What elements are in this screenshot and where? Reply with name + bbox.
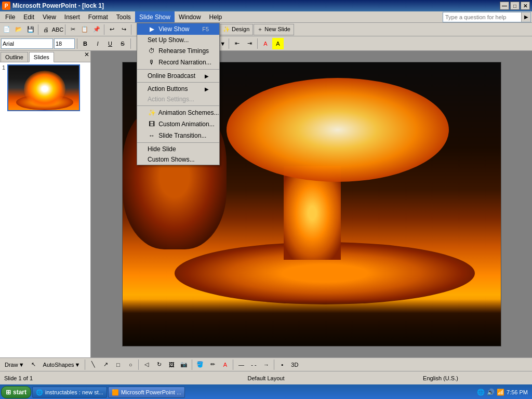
sep2 bbox=[65, 24, 65, 35]
tab-outline[interactable]: Outline bbox=[1, 52, 28, 62]
taskbar: ⊞ start 🌐 instructables : new st... 🟧 Mi… bbox=[0, 384, 532, 399]
redo-button[interactable]: ↪ bbox=[118, 24, 129, 35]
record-icon: 🎙 bbox=[148, 58, 156, 66]
rehearse-icon: ⏱ bbox=[148, 47, 156, 55]
menu-slide-transition[interactable]: ↔ Slide Transition... bbox=[137, 130, 219, 141]
tab-slides[interactable]: Slides bbox=[29, 52, 54, 62]
menubar: File Edit View Insert Format Tools Slide… bbox=[0, 11, 532, 23]
menu-format[interactable]: Format bbox=[84, 11, 112, 22]
close-button[interactable]: ✕ bbox=[521, 2, 530, 10]
menu-record-narration[interactable]: 🎙 Record Narration... bbox=[137, 57, 219, 68]
status-slide-info: Slide 1 of 1 bbox=[4, 375, 179, 381]
status-layout-info: Default Layout bbox=[179, 375, 353, 381]
close-sidebar-button[interactable]: ✕ bbox=[84, 51, 89, 62]
slide-number: 1 bbox=[2, 64, 5, 71]
sep-fmt5 bbox=[229, 38, 229, 49]
design-button[interactable]: ✨ Design bbox=[219, 24, 253, 35]
menu-sep1 bbox=[137, 69, 219, 70]
taskbar-item-powerpoint[interactable]: 🟧 Microsoft PowerPoint ... bbox=[108, 387, 185, 398]
action-buttons-arrow: ▶ bbox=[205, 86, 209, 92]
spellcheck-button[interactable]: ABC bbox=[52, 24, 63, 35]
menu-online-broadcast[interactable]: Online Broadcast ▶ bbox=[137, 71, 219, 81]
explosion-glow-decoration bbox=[24, 71, 65, 107]
menu-help[interactable]: Help bbox=[205, 11, 227, 22]
paste-button[interactable]: 📌 bbox=[91, 24, 102, 35]
font-color-button[interactable]: A bbox=[260, 38, 271, 49]
italic-button[interactable]: I bbox=[92, 38, 103, 49]
sep-fmt1 bbox=[77, 38, 77, 49]
arrow-style-button[interactable]: → bbox=[260, 359, 272, 370]
view-show-label: View Show bbox=[158, 25, 189, 33]
menu-file[interactable]: File bbox=[1, 11, 19, 22]
maximize-button[interactable]: □ bbox=[510, 2, 520, 10]
indent-increase-button[interactable]: ⇥ bbox=[244, 38, 255, 49]
arrow-tool[interactable]: ↗ bbox=[100, 359, 111, 370]
oval-tool[interactable]: ○ bbox=[125, 359, 136, 370]
font-size-input[interactable] bbox=[54, 38, 75, 49]
sidebar-tabs: Outline Slides ✕ bbox=[0, 51, 90, 62]
draw-sep2 bbox=[138, 360, 139, 370]
menu-set-up-show[interactable]: Set Up Show... bbox=[137, 35, 219, 45]
taskbar-item-powerpoint-label: Microsoft PowerPoint ... bbox=[121, 389, 181, 395]
highlight-button[interactable]: A bbox=[272, 38, 284, 49]
open-button[interactable]: 📂 bbox=[13, 24, 24, 35]
menu-hide-slide[interactable]: Hide Slide bbox=[137, 144, 219, 154]
menu-tools[interactable]: Tools bbox=[112, 11, 135, 22]
fill-color-button[interactable]: 🪣 bbox=[194, 359, 206, 370]
minimize-button[interactable]: — bbox=[500, 2, 509, 10]
help-search-input[interactable] bbox=[443, 12, 521, 22]
new-slide-button[interactable]: ＋ New Slide bbox=[254, 24, 294, 35]
shadow-button[interactable]: ▪ bbox=[276, 359, 288, 370]
insert-picture-button[interactable]: 📷 bbox=[178, 359, 190, 370]
menu-view-show[interactable]: ▶ View Show F5 bbox=[137, 23, 219, 35]
menu-action-settings: Action Settings... bbox=[137, 94, 219, 104]
help-go-button[interactable]: ▶ bbox=[521, 12, 530, 22]
font-name-input[interactable] bbox=[1, 38, 53, 49]
hide-slide-label: Hide Slide bbox=[148, 145, 176, 153]
draw-menu-button[interactable]: Draw ▼ bbox=[2, 360, 27, 370]
autoshapes-menu-button[interactable]: AutoShapes ▼ bbox=[41, 360, 83, 370]
print-button[interactable]: 🖨 bbox=[40, 24, 51, 35]
menu-window[interactable]: Window bbox=[175, 11, 205, 22]
menu-insert[interactable]: Insert bbox=[60, 11, 84, 22]
line-color-button[interactable]: ✏ bbox=[207, 359, 218, 370]
taskbar-item-instructables-label: instructables : new st... bbox=[45, 389, 103, 395]
taskbar-item-instructables[interactable]: 🌐 instructables : new st... bbox=[32, 387, 107, 398]
line-style-button[interactable]: — bbox=[235, 359, 247, 370]
dash-style-button[interactable]: - - bbox=[248, 359, 259, 370]
bold-button[interactable]: B bbox=[79, 38, 91, 49]
formatting-toolbar: B I U S ≡ ☰ ≡ ☰ ☷ A▲ A▼ ⇤ ⇥ A A bbox=[0, 36, 532, 51]
cloud-top-decoration bbox=[227, 78, 449, 182]
menu-custom-shows[interactable]: Custom Shows... bbox=[137, 154, 219, 165]
line-tool[interactable]: ╲ bbox=[87, 359, 99, 370]
menu-action-buttons[interactable]: Action Buttons ▶ bbox=[137, 84, 219, 94]
undo-button[interactable]: ↩ bbox=[106, 24, 117, 35]
start-button[interactable]: ⊞ start bbox=[1, 386, 31, 398]
clip-art-button[interactable]: 🖼 bbox=[166, 359, 177, 370]
font-color-draw-button[interactable]: A bbox=[219, 359, 231, 370]
taskbar-item-instructables-icon: 🌐 bbox=[36, 389, 43, 396]
rotate-tool[interactable]: ↻ bbox=[153, 359, 165, 370]
save-button[interactable]: 💾 bbox=[25, 24, 36, 35]
statusbar: Slide 1 of 1 Default Layout English (U.S… bbox=[0, 371, 532, 384]
menu-custom-animation[interactable]: 🎞 Custom Animation... bbox=[137, 118, 219, 130]
slide-preview[interactable] bbox=[7, 64, 80, 111]
underline-button[interactable]: U bbox=[104, 38, 116, 49]
menu-edit[interactable]: Edit bbox=[19, 11, 38, 22]
menu-slideshow[interactable]: Slide Show bbox=[135, 11, 175, 22]
status-language: English (U.S.) bbox=[353, 375, 528, 381]
indent-decrease-button[interactable]: ⇤ bbox=[231, 38, 243, 49]
strikethrough-button[interactable]: S bbox=[117, 38, 128, 49]
copy-button[interactable]: 📋 bbox=[79, 24, 90, 35]
online-broadcast-arrow: ▶ bbox=[205, 73, 209, 79]
autoshapes-dropdown-icon: ▼ bbox=[75, 362, 81, 368]
select-tool-button[interactable]: ↖ bbox=[28, 359, 39, 370]
rect-tool[interactable]: □ bbox=[112, 359, 124, 370]
menu-view[interactable]: View bbox=[38, 11, 60, 22]
3d-button[interactable]: 3D bbox=[289, 359, 300, 370]
cut-button[interactable]: ✂ bbox=[67, 24, 78, 35]
new-button[interactable]: 📄 bbox=[1, 24, 12, 35]
left-arrow-shape[interactable]: ◁ bbox=[141, 359, 152, 370]
menu-animation-schemes[interactable]: ✨ Animation Schemes... bbox=[137, 107, 219, 118]
menu-rehearse-timings[interactable]: ⏱ Rehearse Timings bbox=[137, 45, 219, 57]
